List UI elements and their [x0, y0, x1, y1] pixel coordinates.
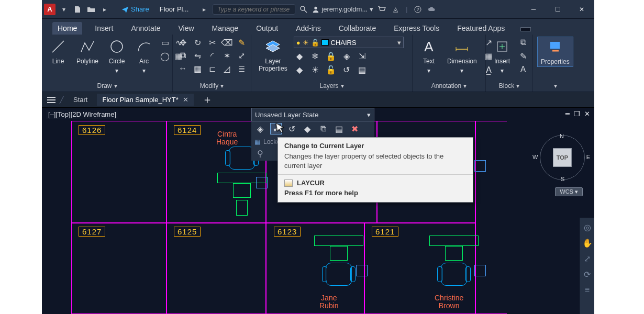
block-attr-icon[interactable]: A — [517, 64, 529, 75]
layer-copy-icon[interactable]: ⧉ — [317, 123, 329, 134]
ellipse-icon[interactable]: ◯ — [159, 50, 171, 62]
layer-iso-icon[interactable]: ◆ — [294, 64, 305, 75]
chevron-right-icon[interactable]: ▸ — [199, 4, 209, 15]
steering-wheel-icon[interactable]: ◎ — [582, 222, 593, 232]
stretch-icon[interactable]: ↔ — [177, 63, 188, 74]
tab-output[interactable]: Output — [251, 22, 283, 35]
erase-icon[interactable]: ⌫ — [221, 37, 232, 48]
chevron-down-icon[interactable]: ▾ — [59, 4, 69, 15]
show-motion-icon[interactable]: ≡ — [582, 285, 593, 295]
tab-insert[interactable]: Insert — [90, 22, 118, 35]
block-edit-icon[interactable]: ✎ — [517, 50, 529, 62]
tab-annotate[interactable]: Annotate — [126, 22, 165, 35]
properties-button[interactable]: Properties — [537, 37, 573, 67]
search-box[interactable] — [213, 4, 295, 15]
explode-icon[interactable]: ✶ — [221, 50, 232, 61]
pan-icon[interactable]: ✋ — [582, 238, 593, 248]
doc-tab-start[interactable]: Start — [68, 94, 93, 106]
layer-walk-icon[interactable]: ▤ — [333, 123, 345, 134]
hamburger-icon[interactable] — [47, 97, 55, 103]
search-icon[interactable] — [298, 4, 309, 15]
tab-collaborate[interactable]: Collaborate — [334, 22, 382, 35]
pin-icon[interactable]: ⚲ — [254, 148, 266, 159]
layer-previous-icon[interactable]: ↺ — [341, 64, 352, 75]
tab-manage[interactable]: Manage — [207, 22, 244, 35]
rectangle-icon[interactable]: ▭ — [159, 37, 171, 48]
align-icon[interactable]: ≣ — [236, 63, 247, 74]
tab-express-tools[interactable]: Express Tools — [388, 22, 445, 35]
group-label-block[interactable]: Block ▾ — [490, 80, 528, 92]
view-cube[interactable]: TOP N S W E — [540, 135, 585, 180]
drawing-canvas[interactable]: [–][Top][2D Wireframe] ━❐✕ 6126 6124 612… — [42, 108, 594, 314]
layer-properties-button[interactable]: Layer Properties — [256, 37, 291, 73]
chevron-right-icon[interactable]: ▸ — [99, 4, 110, 15]
view-cube-face[interactable]: TOP — [553, 149, 571, 166]
fillet-icon[interactable]: ◜ — [206, 50, 218, 61]
group-label-layers[interactable]: Layers ▾ — [256, 80, 408, 92]
tab-view[interactable]: View — [173, 22, 199, 35]
tab-featured-apps[interactable]: Featured Apps — [452, 22, 510, 35]
layer-make-current-icon[interactable]: ◈ — [341, 50, 352, 62]
orbit-icon[interactable]: ⟳ — [582, 269, 593, 279]
group-label-modify[interactable]: Modify ▾ — [177, 80, 247, 92]
arc-button[interactable]: Arc▾ — [132, 37, 156, 75]
vp-minimize-icon[interactable]: ━ — [565, 110, 570, 118]
layer-delete-icon[interactable]: ✖ — [349, 123, 360, 134]
array-icon[interactable]: ▦ — [192, 63, 203, 74]
zoom-extents-icon[interactable]: ⤢ — [582, 253, 593, 264]
mirror-icon[interactable]: ⇋ — [192, 50, 203, 61]
block-create-icon[interactable]: ⧉ — [517, 37, 529, 48]
open-folder-icon[interactable] — [86, 4, 96, 15]
layer-isolate-icon[interactable]: ◆ — [302, 123, 313, 134]
layer-lock-icon[interactable]: 🔒 — [325, 50, 337, 62]
scale-icon[interactable]: ⤢ — [236, 50, 247, 61]
current-layer-dropdown[interactable]: ● ☀ 🔓 CHAIRS ▾ — [294, 37, 404, 48]
share-button[interactable]: Share — [121, 5, 149, 13]
offset-icon[interactable]: ⊏ — [206, 63, 218, 74]
search-input[interactable] — [217, 6, 291, 13]
tab-home[interactable]: Home — [52, 22, 82, 35]
layer-make-current-icon[interactable]: ◈ — [254, 123, 266, 134]
autodesk-icon[interactable]: ◬ — [390, 4, 401, 15]
layer-thaw-icon[interactable]: ☀ — [309, 64, 321, 75]
new-file-icon[interactable] — [72, 4, 83, 15]
layer-match-icon[interactable]: ⇲ — [357, 50, 368, 62]
doc-tab-active[interactable]: Floor Plan Sample_HYT*✕ — [97, 94, 193, 106]
vp-close-icon[interactable]: ✕ — [584, 110, 590, 118]
rotate-icon[interactable]: ↻ — [192, 37, 203, 48]
polyline-button[interactable]: Polyline — [73, 37, 102, 66]
chamfer-icon[interactable]: ◿ — [221, 63, 232, 74]
circle-button[interactable]: Circle▾ — [105, 37, 129, 75]
layer-state-dropdown[interactable]: Unsaved Layer State▾ — [251, 108, 374, 121]
help-icon[interactable]: ? — [413, 4, 423, 15]
move-icon[interactable]: ✥ — [177, 37, 188, 48]
group-label-properties[interactable]: ▾ — [537, 80, 573, 92]
vp-maximize-icon[interactable]: ❐ — [574, 110, 580, 118]
new-tab-button[interactable]: ＋ — [198, 93, 217, 107]
layer-walk-icon[interactable]: ▤ — [357, 64, 368, 75]
cart-icon[interactable] — [376, 4, 387, 15]
group-label-draw[interactable]: Draw ▾ — [46, 80, 168, 92]
close-tab-icon[interactable]: ✕ — [183, 96, 188, 104]
layer-off-icon[interactable]: ◆ — [294, 50, 305, 62]
insert-button[interactable]: Insert▾ — [490, 37, 514, 75]
minimize-button[interactable]: ─ — [523, 2, 544, 17]
layer-unlock-icon[interactable]: 🔓 — [325, 64, 337, 75]
trim-icon[interactable]: ✂ — [206, 37, 218, 48]
layer-freeze-icon[interactable]: ❄ — [309, 50, 321, 62]
line-button[interactable]: Line — [46, 37, 70, 66]
layer-previous-icon[interactable]: ↺ — [286, 123, 297, 134]
maximize-button[interactable]: ☐ — [547, 2, 568, 17]
copy-icon[interactable]: ⧉ — [177, 50, 188, 61]
autocad-app-icon[interactable]: A — [44, 4, 55, 15]
tab-addins[interactable]: Add-ins — [291, 22, 326, 35]
user-menu[interactable]: jeremy.goldm...▾ — [312, 5, 373, 13]
cloud-icon[interactable] — [426, 4, 437, 15]
wcs-dropdown[interactable]: WCS ▾ — [555, 187, 583, 196]
text-button[interactable]: AText▾ — [417, 37, 441, 75]
pencil-icon[interactable]: ✎ — [236, 37, 247, 48]
group-label-annotation[interactable]: Annotation ▾ — [417, 80, 481, 92]
close-button[interactable]: ✕ — [571, 2, 592, 17]
dimension-button[interactable]: Dimension▾ — [444, 37, 480, 75]
ribbon-overflow-button[interactable] — [520, 27, 531, 31]
